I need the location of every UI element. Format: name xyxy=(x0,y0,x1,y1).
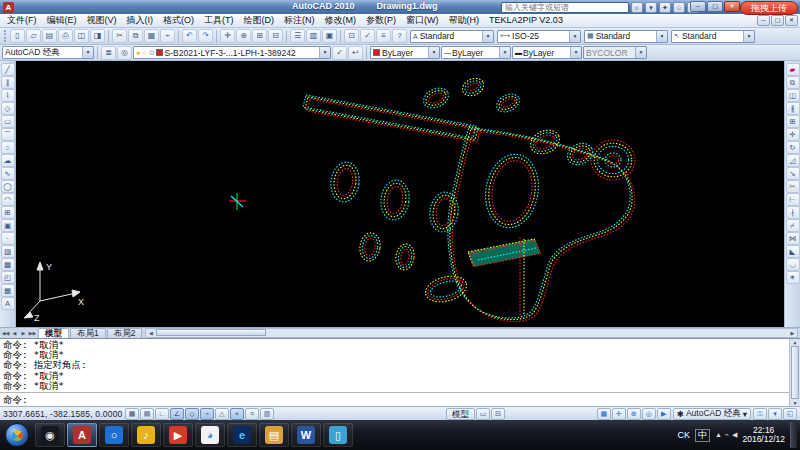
ellipse-icon[interactable]: ◯ xyxy=(1,180,15,193)
search-chevron-icon[interactable]: ▾ xyxy=(645,2,657,13)
taskbar-clock[interactable]: 22:16 2016/12/12 xyxy=(742,426,785,445)
cut-icon[interactable]: ✂ xyxy=(112,29,127,43)
ortho-toggle[interactable]: ∟ xyxy=(155,408,169,420)
extend-icon[interactable]: ⊢ xyxy=(786,193,800,206)
layer-states-icon[interactable]: ◎ xyxy=(117,46,132,60)
dim-style-combo[interactable]: ⟷ ISO-25 ▼ xyxy=(497,30,581,43)
ie-browser-taskbar-button[interactable]: e xyxy=(227,423,257,447)
quick-properties-toggle[interactable]: ▥ xyxy=(260,408,274,420)
tab-model[interactable]: 模型 xyxy=(38,328,69,338)
zoom-status-button[interactable]: ⊕ xyxy=(627,408,641,420)
chevron-down-icon[interactable]: ▼ xyxy=(656,31,667,42)
quickcalc-icon[interactable]: ≡ xyxy=(376,29,391,43)
maximize-button[interactable]: ▢ xyxy=(707,1,723,12)
otrack-toggle[interactable]: ⌁ xyxy=(200,408,214,420)
next-tab-button[interactable]: ▶ xyxy=(19,328,28,338)
menu-item[interactable]: 帮助(H) xyxy=(444,14,485,27)
layer-combo[interactable]: ● ☼ ⊙ S-B2021-LYF-3-...1-LPH-1-389242 ▼ xyxy=(133,46,331,59)
infocenter-search-input[interactable] xyxy=(501,2,629,13)
markup-icon[interactable]: ✓ xyxy=(360,29,375,43)
layer-previous-icon[interactable]: ↩ xyxy=(348,46,363,60)
menu-item[interactable]: 文件(F) xyxy=(2,14,42,27)
tab-layout1[interactable]: 布局1 xyxy=(70,328,106,338)
chevron-down-icon[interactable]: ▼ xyxy=(499,47,510,58)
menu-item[interactable]: 编辑(E) xyxy=(42,14,82,27)
qq-taskbar-button[interactable]: ◉ xyxy=(35,423,65,447)
chevron-down-icon[interactable]: ▼ xyxy=(569,31,580,42)
copy-icon[interactable]: ⧉ xyxy=(786,76,800,89)
network-icon[interactable]: ⌁ xyxy=(725,431,729,439)
notes-app-taskbar-button[interactable]: ▯ xyxy=(323,423,353,447)
break-at-point-icon[interactable]: ∤ xyxy=(786,206,800,219)
workspace-switch-button[interactable]: ✱ AutoCAD 经典 ▾ xyxy=(673,408,751,420)
join-icon[interactable]: ⋈ xyxy=(786,232,800,245)
quick-view-layouts-button[interactable]: ⊟ xyxy=(491,408,505,420)
first-tab-button[interactable]: ◀◀ xyxy=(1,328,10,338)
menu-item[interactable]: 工具(T) xyxy=(199,14,239,27)
mtext-icon[interactable]: A xyxy=(1,297,15,310)
color-combo[interactable]: ByLayer ▼ xyxy=(370,46,440,59)
make-layer-current-icon[interactable]: ✓ xyxy=(332,46,347,60)
polar-toggle[interactable]: ∠ xyxy=(170,408,184,420)
language-indicator[interactable]: 中 xyxy=(695,429,710,442)
region-icon[interactable]: ◰ xyxy=(1,271,15,284)
browser-blue-taskbar-button[interactable]: ○ xyxy=(99,423,129,447)
chevron-down-icon[interactable]: ▼ xyxy=(428,47,439,58)
explode-icon[interactable]: ✶ xyxy=(786,271,800,284)
search-icon[interactable]: ⌕ xyxy=(631,2,643,13)
table-icon[interactable]: ▦ xyxy=(1,284,15,297)
pan-status-button[interactable]: ✛ xyxy=(612,408,626,420)
layer-properties-icon[interactable]: ≣ xyxy=(101,46,116,60)
pan-icon[interactable]: ✛ xyxy=(220,29,235,43)
layout-button-button[interactable]: ▭ xyxy=(476,408,490,420)
minimize-button[interactable]: ─ xyxy=(690,1,706,12)
showmotion-button[interactable]: ▶ xyxy=(657,408,671,420)
copy-clip-icon[interactable]: ⧉ xyxy=(128,29,143,43)
line-icon[interactable]: ╱ xyxy=(1,63,15,76)
properties-icon[interactable]: ☰ xyxy=(290,29,305,43)
doc-minimize-button[interactable]: ─ xyxy=(757,15,770,26)
lineweight-combo[interactable]: ▬ ByLayer ▼ xyxy=(512,46,582,59)
stretch-icon[interactable]: ↘ xyxy=(786,167,800,180)
model-space-button[interactable]: 模型 xyxy=(446,408,475,420)
horizontal-scrollbar[interactable]: ◀ ▶ xyxy=(145,328,798,338)
ellipse-arc-icon[interactable]: ◠ xyxy=(1,193,15,206)
zoom-realtime-icon[interactable]: ⊕ xyxy=(236,29,251,43)
grid-toggle[interactable]: ▤ xyxy=(140,408,154,420)
qnew-icon[interactable]: ▯ xyxy=(10,29,25,43)
mirror-icon[interactable]: ◫ xyxy=(786,89,800,102)
rotate-icon[interactable]: ↻ xyxy=(786,141,800,154)
plot-preview-icon[interactable]: ◫ xyxy=(74,29,89,43)
menu-item[interactable]: 标注(N) xyxy=(279,14,320,27)
chevron-down-icon[interactable]: ▼ xyxy=(319,47,330,58)
command-prompt-row[interactable]: 命令: xyxy=(0,392,789,406)
menu-item[interactable]: TEKLA2PIP V2.03 xyxy=(484,14,568,27)
menu-item[interactable]: 窗口(W) xyxy=(401,14,444,27)
polyline-icon[interactable]: ⌇ xyxy=(1,89,15,102)
trim-icon[interactable]: ✂ xyxy=(786,180,800,193)
tab-layout2[interactable]: 布局2 xyxy=(107,328,143,338)
toolbar-lock-button[interactable]: ⚿ xyxy=(753,408,767,420)
scale-icon[interactable]: ◿ xyxy=(786,154,800,167)
sheetset-manager-icon[interactable]: ⊡ xyxy=(344,29,359,43)
video-player-taskbar-button[interactable]: ▶ xyxy=(163,423,193,447)
last-tab-button[interactable]: ▶▶ xyxy=(28,328,37,338)
steering-wheel-button[interactable]: ◎ xyxy=(642,408,656,420)
menu-item[interactable]: 格式(O) xyxy=(158,14,199,27)
publish-icon[interactable]: ◨ xyxy=(90,29,105,43)
communication-center-icon[interactable]: ✦ xyxy=(659,2,671,13)
doc-restore-button[interactable]: ▢ xyxy=(771,15,784,26)
open-icon[interactable]: ▱ xyxy=(26,29,41,43)
spline-icon[interactable]: ∿ xyxy=(1,167,15,180)
horizontal-scroll-thumb[interactable] xyxy=(156,329,266,336)
upload-overlay-badge[interactable]: 拖拽上传 xyxy=(740,1,798,15)
dyn-toggle[interactable]: ⌖ xyxy=(230,408,244,420)
make-block-icon[interactable]: ▣ xyxy=(1,219,15,232)
menu-item[interactable]: 修改(M) xyxy=(320,14,362,27)
mleader-style-combo[interactable]: ↖ Standard ▼ xyxy=(671,30,755,43)
menu-item[interactable]: 视图(V) xyxy=(82,14,122,27)
match-properties-icon[interactable]: ⌁ xyxy=(160,29,175,43)
circle-icon[interactable]: ○ xyxy=(1,141,15,154)
polygon-icon[interactable]: ◇ xyxy=(1,102,15,115)
prev-tab-button[interactable]: ◀ xyxy=(10,328,19,338)
